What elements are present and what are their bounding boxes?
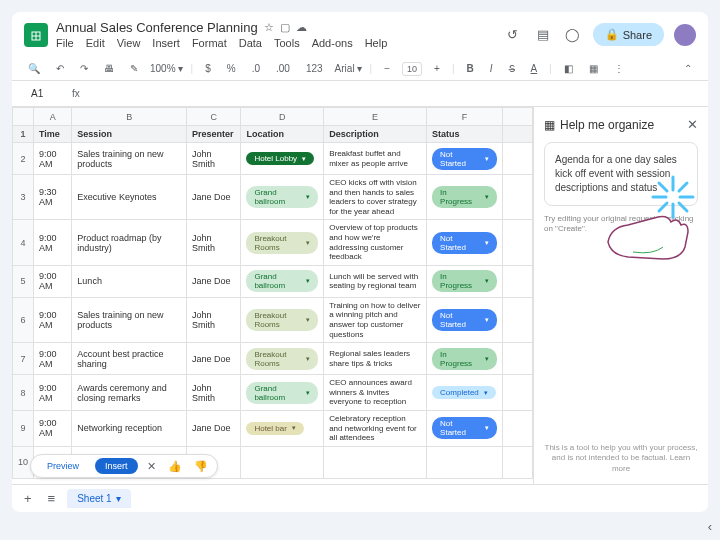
menu-file[interactable]: File — [56, 37, 74, 49]
textcolor-icon[interactable]: A — [527, 61, 542, 76]
header-cell[interactable]: Presenter — [187, 126, 241, 143]
format-123[interactable]: 123 — [302, 61, 327, 76]
cell-time[interactable]: 9:00 AM — [34, 375, 72, 411]
share-button[interactable]: 🔒Share — [593, 23, 664, 46]
cell-presenter[interactable]: Jane Doe — [187, 265, 241, 297]
header-cell[interactable]: Status — [427, 126, 503, 143]
menu-data[interactable]: Data — [239, 37, 262, 49]
cell-description[interactable]: Regional sales leaders share tips & tric… — [324, 343, 427, 375]
row-header[interactable]: 3 — [13, 175, 34, 220]
cell-status[interactable]: Completed — [427, 375, 503, 411]
borders-icon[interactable]: ▦ — [585, 61, 602, 76]
cell-status[interactable]: Not Started — [427, 410, 503, 446]
menu-tools[interactable]: Tools — [274, 37, 300, 49]
status-chip[interactable]: Not Started — [432, 148, 497, 170]
cell-session[interactable]: Awards ceremony and closing remarks — [72, 375, 187, 411]
all-sheets-icon[interactable]: ≡ — [44, 489, 60, 508]
cell-presenter[interactable]: John Smith — [187, 143, 241, 175]
thumbs-down-icon[interactable]: 👎 — [191, 460, 211, 473]
status-chip[interactable]: Not Started — [432, 417, 497, 439]
cell-session[interactable]: Product roadmap (by industry) — [72, 220, 187, 265]
status-chip[interactable]: In Progress — [432, 270, 497, 292]
cell-description[interactable]: Celebratory reception and networking eve… — [324, 410, 427, 446]
menu-format[interactable]: Format — [192, 37, 227, 49]
col-header[interactable]: D — [241, 108, 324, 126]
location-chip[interactable]: Breakout Rooms — [246, 348, 318, 370]
print-icon[interactable]: 🖶 — [100, 61, 118, 76]
cell-presenter[interactable]: Jane Doe — [187, 343, 241, 375]
col-header[interactable]: E — [324, 108, 427, 126]
decimal-inc-icon[interactable]: .00 — [272, 61, 294, 76]
fontsize-input[interactable]: 10 — [402, 62, 422, 76]
location-chip[interactable]: Grand ballroom — [246, 186, 318, 208]
location-chip[interactable]: Breakout Rooms — [246, 232, 318, 254]
strike-icon[interactable]: S̶ — [505, 61, 519, 76]
col-header[interactable]: B — [72, 108, 187, 126]
row-header[interactable]: 1 — [13, 126, 34, 143]
cell-session[interactable]: Account best practice sharing — [72, 343, 187, 375]
cell-status[interactable]: Not Started — [427, 297, 503, 342]
header-cell[interactable]: Location — [241, 126, 324, 143]
name-box[interactable]: A1 — [24, 85, 64, 102]
cell-session[interactable]: Networking reception — [72, 410, 187, 446]
zoom-select[interactable]: 100% ▾ — [150, 63, 183, 74]
menu-view[interactable]: View — [117, 37, 141, 49]
star-icon[interactable]: ☆ — [264, 21, 274, 34]
cell-location[interactable]: Grand ballroom — [241, 265, 324, 297]
row-header[interactable]: 6 — [13, 297, 34, 342]
cell-description[interactable]: Breakfast buffet and mixer as people arr… — [324, 143, 427, 175]
row-header[interactable]: 9 — [13, 410, 34, 446]
thumbs-up-icon[interactable]: 👍 — [165, 460, 185, 473]
cell-location[interactable]: Hotel Lobby — [241, 143, 324, 175]
cell-description[interactable]: Overview of top products and how we're a… — [324, 220, 427, 265]
status-chip[interactable]: In Progress — [432, 186, 497, 208]
status-chip[interactable]: Not Started — [432, 309, 497, 331]
status-chip[interactable]: Completed — [432, 386, 496, 399]
cell-session[interactable]: Executive Keynotes — [72, 175, 187, 220]
redo-icon[interactable]: ↷ — [76, 61, 92, 76]
cell-location[interactable]: Breakout Rooms — [241, 343, 324, 375]
cell-location[interactable]: Grand ballroom — [241, 175, 324, 220]
more-icon[interactable]: ⋮ — [610, 61, 628, 76]
cell-session[interactable]: Sales training on new products — [72, 143, 187, 175]
cell-time[interactable]: 9:00 AM — [34, 265, 72, 297]
menu-help[interactable]: Help — [365, 37, 388, 49]
cell-time[interactable]: 9:00 AM — [34, 220, 72, 265]
cell-description[interactable]: Lunch will be served with seating by reg… — [324, 265, 427, 297]
add-sheet-icon[interactable]: + — [20, 489, 36, 508]
insert-button[interactable]: Insert — [95, 458, 138, 474]
location-chip[interactable]: Grand ballroom — [246, 382, 318, 404]
menu-edit[interactable]: Edit — [86, 37, 105, 49]
header-cell[interactable]: Session — [72, 126, 187, 143]
cell-time[interactable]: 9:00 AM — [34, 143, 72, 175]
col-header[interactable]: A — [34, 108, 72, 126]
cell-presenter[interactable]: John Smith — [187, 220, 241, 265]
cell-presenter[interactable]: John Smith — [187, 297, 241, 342]
close-icon[interactable]: ✕ — [144, 460, 159, 473]
cell-description[interactable]: CEO announces award winners & invites ev… — [324, 375, 427, 411]
cell-presenter[interactable]: Jane Doe — [187, 410, 241, 446]
cell-session[interactable]: Lunch — [72, 265, 187, 297]
meet-icon[interactable]: ◯ — [563, 25, 583, 45]
location-chip[interactable]: Hotel bar — [246, 422, 303, 435]
document-title[interactable]: Annual Sales Conference Planning — [56, 20, 258, 35]
row-header[interactable]: 2 — [13, 143, 34, 175]
status-chip[interactable]: In Progress — [432, 348, 497, 370]
paint-icon[interactable]: ✎ — [126, 61, 142, 76]
cell-status[interactable]: Not Started — [427, 143, 503, 175]
currency-icon[interactable]: $ — [201, 61, 215, 76]
cell-time[interactable]: 9:00 AM — [34, 297, 72, 342]
cell-time[interactable]: 9:30 AM — [34, 175, 72, 220]
row-header[interactable]: 8 — [13, 375, 34, 411]
fontsize-inc[interactable]: + — [430, 61, 444, 76]
cell-location[interactable]: Breakout Rooms — [241, 220, 324, 265]
italic-icon[interactable]: I — [486, 61, 497, 76]
cell-time[interactable]: 9:00 AM — [34, 410, 72, 446]
move-icon[interactable]: ▢ — [280, 21, 290, 34]
comment-icon[interactable]: ▤ — [533, 25, 553, 45]
location-chip[interactable]: Hotel Lobby — [246, 152, 314, 165]
cell-time[interactable]: 9:00 AM — [34, 343, 72, 375]
preview-button[interactable]: Preview — [37, 458, 89, 474]
sheet-tab[interactable]: Sheet 1 ▾ — [67, 489, 130, 508]
row-header[interactable]: 7 — [13, 343, 34, 375]
